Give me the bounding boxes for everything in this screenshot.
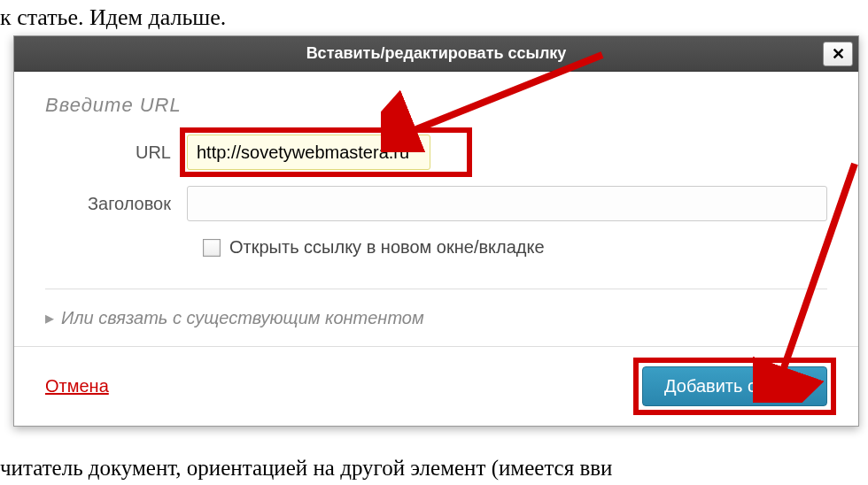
section-heading: Введите URL <box>45 94 827 117</box>
cancel-button[interactable]: Отмена <box>45 376 109 396</box>
title-input[interactable] <box>187 186 827 221</box>
add-link-button[interactable]: Добавить ссылку <box>642 366 827 406</box>
close-button[interactable]: ✕ <box>823 42 853 66</box>
new-tab-checkbox[interactable] <box>203 239 221 257</box>
link-dialog: Вставить/редактировать ссылку ✕ Введите … <box>13 35 859 427</box>
checkbox-row: Открыть ссылку в новом окне/вкладке <box>203 237 827 258</box>
expand-existing-content[interactable]: ▸ Или связать с существующим контентом <box>45 307 827 328</box>
checkbox-label: Открыть ссылку в новом окне/вкладке <box>229 237 545 258</box>
close-icon: ✕ <box>832 44 845 64</box>
url-row: URL <box>45 135 827 170</box>
dialog-title: Вставить/редактировать ссылку <box>306 44 567 63</box>
url-label: URL <box>45 142 187 163</box>
background-text-bottom: читатель документ, ориентацией на другой… <box>0 456 612 481</box>
background-text-top: к статье. Идем дальше. <box>0 4 226 31</box>
chevron-right-icon: ▸ <box>45 307 54 328</box>
title-label: Заголовок <box>45 194 187 214</box>
dialog-body: Введите URL URL Заголовок Открыть ссылку… <box>14 72 858 346</box>
dialog-titlebar: Вставить/редактировать ссылку ✕ <box>14 36 858 72</box>
title-row: Заголовок <box>45 186 827 221</box>
dialog-footer: Отмена Добавить ссылку <box>14 346 858 426</box>
expand-section: ▸ Или связать с существующим контентом <box>45 289 827 328</box>
url-input[interactable] <box>187 135 430 170</box>
expand-label: Или связать с существующим контентом <box>61 308 424 328</box>
